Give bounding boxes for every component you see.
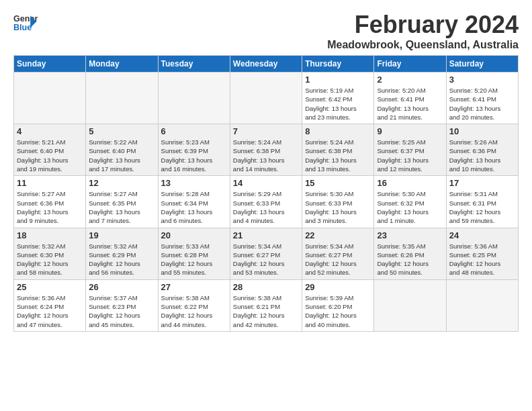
- calendar-week-row: 25Sunrise: 5:36 AM Sunset: 6:24 PM Dayli…: [14, 279, 519, 331]
- day-info: Sunrise: 5:34 AM Sunset: 6:27 PM Dayligh…: [305, 242, 371, 277]
- day-info: Sunrise: 5:37 AM Sunset: 6:23 PM Dayligh…: [89, 293, 154, 329]
- logo-icon: General Blue: [13, 11, 38, 35]
- weekday-header-friday: Friday: [374, 56, 446, 73]
- calendar-day-cell: 9Sunrise: 5:25 AM Sunset: 6:37 PM Daylig…: [374, 124, 446, 176]
- calendar-day-cell: 7Sunrise: 5:24 AM Sunset: 6:38 PM Daylig…: [230, 124, 302, 176]
- day-number: 9: [377, 126, 443, 136]
- day-info: Sunrise: 5:20 AM Sunset: 6:41 PM Dayligh…: [377, 86, 443, 122]
- weekday-header-thursday: Thursday: [302, 56, 374, 73]
- day-number: 3: [449, 75, 515, 85]
- calendar-day-cell: [230, 73, 302, 124]
- calendar-day-cell: [14, 73, 86, 124]
- day-number: 25: [17, 282, 83, 292]
- day-number: 16: [377, 178, 443, 188]
- calendar-day-cell: [374, 279, 446, 331]
- weekday-header-tuesday: Tuesday: [158, 56, 230, 73]
- day-info: Sunrise: 5:22 AM Sunset: 6:40 PM Dayligh…: [89, 138, 154, 173]
- calendar-day-cell: [158, 73, 230, 124]
- calendar-day-cell: 5Sunrise: 5:22 AM Sunset: 6:40 PM Daylig…: [86, 124, 158, 176]
- day-number: 15: [305, 178, 371, 188]
- weekday-header-wednesday: Wednesday: [230, 56, 302, 73]
- calendar-day-cell: 25Sunrise: 5:36 AM Sunset: 6:24 PM Dayli…: [14, 279, 86, 331]
- calendar-week-row: 1Sunrise: 5:19 AM Sunset: 6:42 PM Daylig…: [14, 73, 519, 124]
- calendar-day-cell: 4Sunrise: 5:21 AM Sunset: 6:40 PM Daylig…: [14, 124, 86, 176]
- day-number: 29: [305, 282, 371, 292]
- calendar-day-cell: [86, 73, 158, 124]
- calendar-day-cell: 18Sunrise: 5:32 AM Sunset: 6:30 PM Dayli…: [14, 228, 86, 279]
- calendar-week-row: 18Sunrise: 5:32 AM Sunset: 6:30 PM Dayli…: [14, 228, 519, 279]
- day-info: Sunrise: 5:38 AM Sunset: 6:22 PM Dayligh…: [161, 293, 227, 329]
- day-number: 18: [17, 230, 83, 240]
- day-number: 19: [89, 230, 154, 240]
- day-info: Sunrise: 5:31 AM Sunset: 6:31 PM Dayligh…: [449, 189, 515, 225]
- day-info: Sunrise: 5:38 AM Sunset: 6:21 PM Dayligh…: [233, 293, 299, 329]
- day-number: 24: [449, 230, 515, 240]
- day-info: Sunrise: 5:33 AM Sunset: 6:28 PM Dayligh…: [161, 242, 227, 277]
- day-info: Sunrise: 5:28 AM Sunset: 6:34 PM Dayligh…: [161, 189, 227, 225]
- weekday-header-sunday: Sunday: [14, 56, 86, 73]
- calendar-table: SundayMondayTuesdayWednesdayThursdayFrid…: [13, 55, 519, 332]
- weekday-header-monday: Monday: [86, 56, 158, 73]
- day-number: 11: [17, 178, 83, 188]
- day-info: Sunrise: 5:27 AM Sunset: 6:36 PM Dayligh…: [17, 189, 83, 225]
- day-number: 14: [233, 178, 299, 188]
- day-number: 6: [161, 126, 227, 136]
- day-info: Sunrise: 5:29 AM Sunset: 6:33 PM Dayligh…: [233, 189, 299, 225]
- day-info: Sunrise: 5:36 AM Sunset: 6:25 PM Dayligh…: [449, 242, 515, 277]
- day-info: Sunrise: 5:20 AM Sunset: 6:41 PM Dayligh…: [449, 86, 515, 122]
- day-number: 10: [449, 126, 515, 136]
- day-number: 7: [233, 126, 299, 136]
- day-info: Sunrise: 5:30 AM Sunset: 6:32 PM Dayligh…: [377, 189, 443, 225]
- day-number: 8: [305, 126, 371, 136]
- logo: General Blue: [13, 11, 38, 35]
- day-number: 23: [377, 230, 443, 240]
- page-header: General Blue February 2024 Meadowbrook, …: [13, 11, 519, 51]
- day-info: Sunrise: 5:24 AM Sunset: 6:38 PM Dayligh…: [233, 138, 299, 173]
- calendar-day-cell: 20Sunrise: 5:33 AM Sunset: 6:28 PM Dayli…: [158, 228, 230, 279]
- day-info: Sunrise: 5:36 AM Sunset: 6:24 PM Dayligh…: [17, 293, 83, 329]
- calendar-week-row: 11Sunrise: 5:27 AM Sunset: 6:36 PM Dayli…: [14, 176, 519, 228]
- day-number: 5: [89, 126, 154, 136]
- calendar-day-cell: 22Sunrise: 5:34 AM Sunset: 6:27 PM Dayli…: [302, 228, 374, 279]
- day-info: Sunrise: 5:32 AM Sunset: 6:30 PM Dayligh…: [17, 242, 83, 277]
- calendar-week-row: 4Sunrise: 5:21 AM Sunset: 6:40 PM Daylig…: [14, 124, 519, 176]
- day-number: 27: [161, 282, 227, 292]
- calendar-day-cell: 13Sunrise: 5:28 AM Sunset: 6:34 PM Dayli…: [158, 176, 230, 228]
- day-info: Sunrise: 5:23 AM Sunset: 6:39 PM Dayligh…: [161, 138, 227, 173]
- calendar-day-cell: 16Sunrise: 5:30 AM Sunset: 6:32 PM Dayli…: [374, 176, 446, 228]
- calendar-day-cell: 17Sunrise: 5:31 AM Sunset: 6:31 PM Dayli…: [446, 176, 518, 228]
- day-info: Sunrise: 5:39 AM Sunset: 6:20 PM Dayligh…: [305, 293, 371, 329]
- title-block: February 2024 Meadowbrook, Queensland, A…: [327, 11, 519, 51]
- calendar-day-cell: 23Sunrise: 5:35 AM Sunset: 6:26 PM Dayli…: [374, 228, 446, 279]
- day-number: 26: [89, 282, 154, 292]
- day-info: Sunrise: 5:32 AM Sunset: 6:29 PM Dayligh…: [89, 242, 154, 277]
- calendar-day-cell: 6Sunrise: 5:23 AM Sunset: 6:39 PM Daylig…: [158, 124, 230, 176]
- day-number: 22: [305, 230, 371, 240]
- weekday-header-saturday: Saturday: [446, 56, 518, 73]
- day-info: Sunrise: 5:34 AM Sunset: 6:27 PM Dayligh…: [233, 242, 299, 277]
- calendar-day-cell: 3Sunrise: 5:20 AM Sunset: 6:41 PM Daylig…: [446, 73, 518, 124]
- day-info: Sunrise: 5:19 AM Sunset: 6:42 PM Dayligh…: [305, 86, 371, 122]
- day-number: 21: [233, 230, 299, 240]
- calendar-day-cell: 29Sunrise: 5:39 AM Sunset: 6:20 PM Dayli…: [302, 279, 374, 331]
- day-info: Sunrise: 5:30 AM Sunset: 6:33 PM Dayligh…: [305, 189, 371, 225]
- weekday-header-row: SundayMondayTuesdayWednesdayThursdayFrid…: [14, 56, 519, 73]
- day-info: Sunrise: 5:21 AM Sunset: 6:40 PM Dayligh…: [17, 138, 83, 173]
- calendar-day-cell: 26Sunrise: 5:37 AM Sunset: 6:23 PM Dayli…: [86, 279, 158, 331]
- calendar-day-cell: 1Sunrise: 5:19 AM Sunset: 6:42 PM Daylig…: [302, 73, 374, 124]
- calendar-day-cell: 14Sunrise: 5:29 AM Sunset: 6:33 PM Dayli…: [230, 176, 302, 228]
- day-info: Sunrise: 5:26 AM Sunset: 6:36 PM Dayligh…: [449, 138, 515, 173]
- calendar-day-cell: [446, 279, 518, 331]
- calendar-day-cell: 10Sunrise: 5:26 AM Sunset: 6:36 PM Dayli…: [446, 124, 518, 176]
- day-info: Sunrise: 5:25 AM Sunset: 6:37 PM Dayligh…: [377, 138, 443, 173]
- calendar-day-cell: 27Sunrise: 5:38 AM Sunset: 6:22 PM Dayli…: [158, 279, 230, 331]
- main-title: February 2024: [327, 11, 519, 39]
- day-number: 12: [89, 178, 154, 188]
- svg-text:Blue: Blue: [13, 23, 32, 32]
- calendar-day-cell: 19Sunrise: 5:32 AM Sunset: 6:29 PM Dayli…: [86, 228, 158, 279]
- day-info: Sunrise: 5:24 AM Sunset: 6:38 PM Dayligh…: [305, 138, 371, 173]
- calendar-day-cell: 2Sunrise: 5:20 AM Sunset: 6:41 PM Daylig…: [374, 73, 446, 124]
- subtitle: Meadowbrook, Queensland, Australia: [327, 39, 519, 51]
- day-number: 20: [161, 230, 227, 240]
- day-number: 2: [377, 75, 443, 85]
